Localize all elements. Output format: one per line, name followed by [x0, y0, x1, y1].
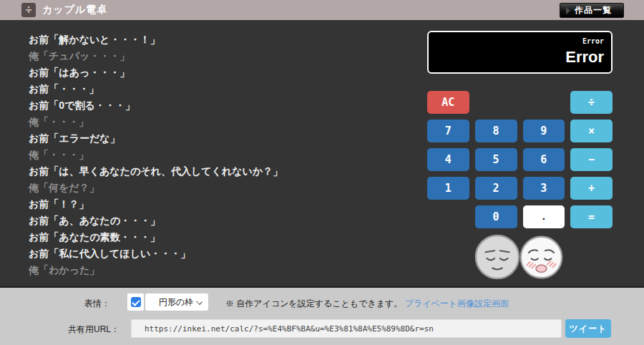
flushed-face-icon [519, 235, 564, 280]
dialogue-line: お前「はあっ・・・」 [29, 64, 401, 81]
key-4[interactable]: 4 [427, 148, 469, 171]
frame-select-value: 円形の枠 [159, 296, 193, 308]
app-header: ÷ カップル電卓 作品一覧 [0, 0, 644, 20]
dialogue-line: 俺「チュパッ・・・」 [29, 48, 401, 64]
key-decimal[interactable]: . [523, 205, 565, 228]
works-list-button[interactable]: 作品一覧 [560, 3, 624, 18]
custom-icon-note-row: ※ 自作アイコンを設定することもできます。 プライベート画像設定画面 [225, 298, 509, 310]
chevron-down-icon [196, 298, 203, 305]
calm-face-icon [474, 233, 521, 281]
key-multiply[interactable]: × [570, 120, 613, 142]
frame-select[interactable]: 円形の枠 [145, 293, 208, 311]
expression-label: 表情： [84, 298, 110, 310]
key-6[interactable]: 6 [523, 148, 565, 171]
dialogue-line: お前「0で割る・・・」 [29, 97, 401, 114]
key-5[interactable]: 5 [475, 148, 517, 171]
calculator: Error Error AC ÷ 7 8 9 × 4 5 6 − 1 2 3 +… [427, 31, 613, 281]
share-url-input[interactable] [131, 319, 562, 338]
key-9[interactable]: 9 [523, 120, 565, 142]
key-divide[interactable]: ÷ [570, 91, 613, 114]
dialogue-line: お前「あなたの素数・・・」 [29, 229, 401, 246]
key-plus[interactable]: + [570, 177, 613, 200]
custom-icon-note: ※ 自作アイコンを設定することもできます。 [225, 298, 402, 308]
key-1[interactable]: 1 [427, 177, 469, 200]
tweet-button[interactable]: ツイート [565, 319, 611, 338]
calculator-keypad: AC ÷ 7 8 9 × 4 5 6 − 1 2 3 + 0 . = [427, 91, 613, 228]
display-value: Error [436, 47, 604, 67]
key-8[interactable]: 8 [475, 120, 517, 142]
divide-icon-glyph: ÷ [25, 4, 31, 16]
key-0[interactable]: 0 [475, 205, 517, 228]
key-2[interactable]: 2 [475, 177, 517, 200]
key-minus[interactable]: − [570, 148, 613, 171]
key-equals[interactable]: = [570, 205, 613, 228]
key-3[interactable]: 3 [523, 177, 565, 200]
display-history: Error [436, 37, 604, 46]
dialogue-line: 俺「・・・」 [29, 114, 401, 130]
dialogue-line: お前「解かないと・・・！」 [29, 31, 401, 48]
dialogue-line: お前「は、早くあなたのそれ、代入してくれないか？」 [29, 163, 401, 180]
key-7[interactable]: 7 [427, 120, 469, 142]
avatar-faces [427, 233, 613, 281]
share-url-label: 共有用URL： [68, 324, 119, 336]
private-image-settings-link[interactable]: プライベート画像設定画面 [405, 298, 509, 308]
dialogue-line: お前「私に代入してほしい・・・」 [29, 246, 401, 262]
divide-icon: ÷ [21, 3, 36, 17]
works-list-label: 作品一覧 [575, 4, 612, 16]
dialogue-line: 俺「何をだ？」 [29, 180, 401, 196]
key-ac[interactable]: AC [427, 91, 469, 114]
app-title: カップル電卓 [42, 4, 107, 16]
calculator-display: Error Error [427, 31, 613, 74]
app-screen: ÷ カップル電卓 作品一覧 お前「解かないと・・・！」 俺「チュパッ・・・」 お… [0, 0, 644, 345]
dialogue-line: 俺「・・・」 [29, 147, 401, 163]
dialogue-line: お前「エラーだな」 [29, 130, 401, 147]
dialogue-line: お前「！？」 [29, 196, 401, 213]
play-arrow-icon [566, 7, 570, 14]
settings-bar: 表情： 円形の枠 ※ 自作アイコンを設定することもできます。 プライベート画像設… [0, 286, 644, 345]
dialogue-line: 俺「わかった」 [29, 262, 401, 278]
checkbox-check-icon [131, 297, 141, 307]
dialogue-line: お前「あ、あなたの・・・」 [29, 213, 401, 229]
expression-checkbox[interactable] [127, 293, 144, 311]
dialogue-log: お前「解かないと・・・！」 俺「チュパッ・・・」 お前「はあっ・・・」 お前「・… [29, 31, 401, 278]
dialogue-line: お前「・・・」 [29, 81, 401, 97]
